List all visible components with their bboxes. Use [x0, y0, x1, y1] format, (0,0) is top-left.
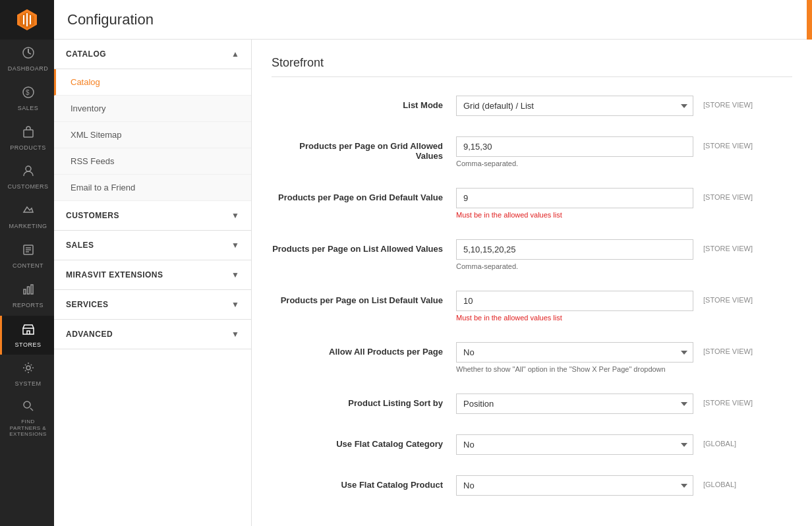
grid-default-input[interactable] [456, 188, 693, 208]
list-default-input[interactable] [456, 291, 693, 311]
right-content: Storefront List Mode Grid (default) / Li… [252, 40, 812, 526]
sales-section-header[interactable]: SALES ▼ [54, 231, 251, 260]
main-wrapper: Configuration CATALOG ▲ Catalog Inventor… [54, 0, 812, 526]
flat-category-input-wrap: No Yes [456, 434, 693, 455]
sidebar-item-stores[interactable]: STORES [0, 316, 54, 355]
list-allowed-control: Comma-separated. [STORE VIEW] [456, 239, 792, 270]
sidebar-item-content[interactable]: CONTENT [0, 237, 54, 276]
orange-indicator [807, 0, 812, 40]
form-row-flat-category: Use Flat Catalog Category No Yes [GLOBAL… [272, 429, 792, 460]
list-mode-select[interactable]: Grid (default) / List List (default) / G… [456, 96, 693, 116]
reports-icon [22, 283, 35, 299]
customers-label: CUSTOMERS [8, 183, 49, 190]
sales-icon: $ [22, 86, 35, 102]
sidebar-item-products[interactable]: PRODUCTS [0, 119, 54, 158]
advanced-section-header[interactable]: ADVANCED ▼ [54, 320, 251, 349]
grid-default-input-wrap: Must be in the allowed values list [456, 188, 693, 219]
sales-section-title: SALES [66, 241, 94, 250]
sidebar-item-marketing[interactable]: MARKETING [0, 197, 54, 237]
list-allowed-label: Products per Page on List Allowed Values [272, 239, 456, 254]
sidebar-item-sales[interactable]: $ SALES [0, 79, 54, 119]
list-allowed-input-wrap: Comma-separated. [456, 239, 693, 270]
flat-product-input-wrap: No Yes [456, 475, 693, 496]
sort-by-label: Product Listing Sort by [272, 394, 456, 408]
catalog-item-catalog[interactable]: Catalog [54, 69, 251, 96]
services-section-header[interactable]: SERVICES ▼ [54, 290, 251, 320]
grid-allowed-scope: [STORE VIEW] [703, 136, 769, 150]
customers-icon [22, 164, 35, 181]
allow-all-label: Allow All Products per Page [272, 342, 456, 357]
form-row-list-allowed: Products per Page on List Allowed Values… [272, 234, 792, 276]
allow-all-hint: Whether to show "All" option in the "Sho… [456, 365, 693, 373]
customers-section-header[interactable]: CUSTOMERS ▼ [54, 201, 251, 231]
allow-all-input-wrap: No Yes Whether to show "All" option in t… [456, 342, 693, 373]
stores-icon [22, 322, 35, 339]
list-default-scope: [STORE VIEW] [703, 291, 769, 304]
sidebar-item-dashboard[interactable]: DASHBOARD [0, 40, 54, 79]
find-icon [22, 399, 35, 416]
list-mode-input-wrap: Grid (default) / List List (default) / G… [456, 96, 693, 116]
form-row-flat-product: Use Flat Catalog Product No Yes [GLOBAL] [272, 470, 792, 501]
grid-allowed-hint: Comma-separated. [456, 160, 693, 167]
catalog-section-header[interactable]: CATALOG ▲ [54, 40, 251, 69]
system-label: SYSTEM [14, 380, 41, 388]
flat-product-label: Use Flat Catalog Product [272, 475, 456, 490]
left-panel: CATALOG ▲ Catalog Inventory XML Sitemap … [54, 40, 252, 526]
grid-allowed-input-wrap: Comma-separated. [456, 136, 693, 167]
mirasvit-chevron-icon: ▼ [231, 270, 239, 279]
flat-product-select[interactable]: No Yes [456, 475, 693, 496]
storefront-heading: Storefront [272, 56, 792, 77]
grid-allowed-input[interactable] [456, 136, 693, 157]
customers-section-title: CUSTOMERS [66, 211, 119, 220]
services-section-title: SERVICES [66, 300, 108, 309]
find-label: FIND PARTNERS & EXTENSIONS [5, 419, 51, 438]
allow-all-scope: [STORE VIEW] [703, 342, 769, 355]
form-row-list-default: Products per Page on List Default Value … [272, 285, 792, 327]
list-allowed-input[interactable] [456, 239, 693, 260]
svg-rect-7 [27, 287, 29, 294]
allow-all-select[interactable]: No Yes [456, 342, 693, 363]
sales-label: SALES [18, 105, 39, 112]
grid-default-scope: [STORE VIEW] [703, 188, 769, 201]
list-allowed-hint: Comma-separated. [456, 262, 693, 270]
flat-product-scope: [GLOBAL] [703, 475, 769, 488]
content-area: CATALOG ▲ Catalog Inventory XML Sitemap … [54, 40, 812, 526]
top-header: Configuration [54, 0, 812, 40]
dashboard-icon [22, 46, 35, 63]
dashboard-label: DASHBOARD [8, 65, 49, 73]
list-allowed-scope: [STORE VIEW] [703, 239, 769, 252]
sidebar-item-system[interactable]: SYSTEM [0, 355, 54, 394]
svg-point-4 [26, 166, 31, 171]
form-row-grid-allowed: Products per Page on Grid Allowed Values… [272, 131, 792, 173]
flat-category-control: No Yes [GLOBAL] [456, 434, 792, 455]
mirasvit-section-header[interactable]: MIRASVIT EXTENSIONS ▼ [54, 260, 251, 290]
catalog-item-rss-feeds[interactable]: RSS Feeds [54, 148, 251, 175]
advanced-chevron-icon: ▼ [231, 330, 239, 339]
form-row-allow-all: Allow All Products per Page No Yes Wheth… [272, 337, 792, 378]
marketing-icon [22, 204, 35, 220]
sidebar-item-customers[interactable]: CUSTOMERS [0, 158, 54, 197]
form-row-sort-by: Product Listing Sort by Position Name Pr… [272, 388, 792, 419]
grid-allowed-label: Products per Page on Grid Allowed Values [272, 136, 456, 161]
customers-chevron-icon: ▼ [231, 211, 239, 220]
allow-all-control: No Yes Whether to show "All" option in t… [456, 342, 792, 373]
list-default-control: Must be in the allowed values list [STOR… [456, 291, 792, 322]
magento-logo-icon [15, 8, 39, 32]
sort-by-input-wrap: Position Name Price [456, 394, 693, 414]
reports-label: REPORTS [13, 302, 44, 309]
sidebar-item-find[interactable]: FIND PARTNERS & EXTENSIONS [0, 394, 54, 443]
catalog-item-email-friend[interactable]: Email to a Friend [54, 175, 251, 201]
list-mode-label: List Mode [272, 96, 456, 110]
svg-rect-8 [31, 285, 33, 294]
marketing-label: MARKETING [9, 223, 47, 230]
products-label: PRODUCTS [10, 144, 46, 152]
catalog-item-inventory[interactable]: Inventory [54, 96, 251, 122]
flat-category-select[interactable]: No Yes [456, 434, 693, 455]
grid-default-label: Products per Page on Grid Default Value [272, 188, 456, 202]
catalog-chevron-icon: ▲ [231, 49, 239, 59]
sidebar-item-reports[interactable]: REPORTS [0, 276, 54, 316]
sort-by-select[interactable]: Position Name Price [456, 394, 693, 414]
grid-allowed-control: Comma-separated. [STORE VIEW] [456, 136, 792, 167]
catalog-item-xml-sitemap[interactable]: XML Sitemap [54, 122, 251, 148]
list-default-input-wrap: Must be in the allowed values list [456, 291, 693, 322]
